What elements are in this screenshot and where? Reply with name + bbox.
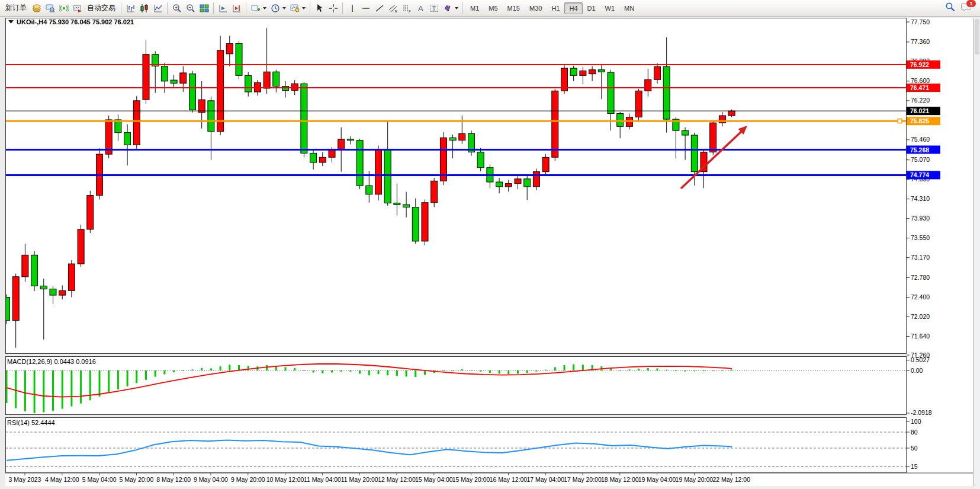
indicators-dropdown-caret[interactable]	[263, 7, 266, 9]
svg-text:22 May 12:00: 22 May 12:00	[712, 476, 750, 483]
svg-text:8 May 12:00: 8 May 12:00	[156, 476, 191, 483]
cursor-icon[interactable]	[313, 2, 326, 15]
periods-dropdown-caret[interactable]	[282, 7, 286, 9]
macd-histogram-bar	[70, 370, 72, 407]
svg-text:73.550: 73.550	[911, 234, 930, 241]
vertical-line-icon[interactable]	[345, 2, 359, 15]
fibonacci-icon[interactable]: F	[400, 2, 413, 15]
right-scrollbar-track[interactable]	[973, 17, 980, 489]
svg-text:T: T	[432, 5, 436, 12]
svg-text:72.400: 72.400	[911, 293, 930, 301]
macd-histogram-bar	[80, 370, 82, 404]
news-signal-icon[interactable]	[57, 2, 70, 15]
auto-trading-icon[interactable]	[70, 2, 84, 15]
chart-window: UKOil-,H4 75.930 76.045 75.902 76.02177.…	[0, 0, 980, 489]
macd-histogram-bar	[285, 367, 287, 370]
macd-histogram-bar	[229, 365, 230, 370]
text-label-icon[interactable]: T	[427, 2, 441, 15]
chart-title: UKOil-,H4 75.930 76.045 75.902 76.021	[8, 18, 134, 25]
macd-histogram-bar	[24, 370, 26, 411]
templates-dropdown-caret[interactable]	[302, 7, 306, 9]
zoom-in-icon[interactable]	[170, 2, 184, 15]
candle	[97, 148, 103, 200]
macd-histogram-bar	[359, 370, 361, 374]
right-scrollbar-thumb[interactable]	[975, 19, 979, 55]
auto-trading-button[interactable]: 自动交易	[84, 2, 118, 15]
macd-histogram-bar	[266, 365, 268, 370]
svg-text:0.5027: 0.5027	[911, 356, 930, 363]
macd-histogram-bar	[117, 370, 119, 389]
templates-icon[interactable]	[288, 2, 301, 15]
line-chart-icon[interactable]	[151, 2, 165, 15]
svg-text:76.471: 76.471	[910, 84, 929, 91]
orange-line-handle[interactable]	[898, 119, 902, 123]
market-watch-icon[interactable]	[30, 2, 43, 15]
macd-histogram-bar	[647, 368, 649, 370]
horizontal-line-icon[interactable]	[359, 2, 372, 15]
bar-chart-icon[interactable]	[124, 2, 137, 15]
tab-timeframe-w1[interactable]: W1	[600, 2, 620, 14]
macd-histogram-bar	[201, 368, 203, 370]
search-icon[interactable]	[945, 2, 955, 14]
candle	[105, 116, 112, 158]
macd-panel	[5, 356, 907, 415]
tab-timeframe-mn[interactable]: MN	[619, 2, 639, 14]
main-chart-panel	[5, 18, 907, 354]
indicators-icon[interactable]	[249, 2, 262, 15]
candle	[133, 96, 140, 149]
new-order-button[interactable]: 新订单	[2, 2, 30, 15]
macd-histogram-bar	[554, 367, 556, 370]
macd-histogram-bar	[499, 370, 500, 374]
periods-icon[interactable]	[268, 2, 282, 15]
chart-shift-icon[interactable]	[230, 2, 243, 15]
macd-histogram-bar	[127, 370, 128, 386]
macd-histogram-bar	[406, 370, 407, 376]
svg-text:19 May 04:00: 19 May 04:00	[638, 476, 676, 483]
tab-timeframe-d1[interactable]: D1	[583, 2, 600, 14]
svg-text:74.774: 74.774	[910, 171, 929, 178]
macd-histogram-bar	[34, 370, 36, 413]
auto-scroll-icon[interactable]	[216, 2, 230, 15]
svg-text:15: 15	[911, 463, 918, 470]
tab-timeframe-h1[interactable]: H1	[547, 2, 564, 14]
arrows-tool-icon[interactable]	[441, 2, 454, 15]
svg-text:UKOil-,H4 75.930 76.045 75.90: UKOil-,H4 75.930 76.045 75.902 76.021	[17, 18, 134, 25]
text-icon[interactable]: A	[413, 2, 427, 15]
svg-text:100: 100	[911, 418, 921, 425]
price-badge: 74.774	[907, 171, 940, 179]
svg-text:75.268: 75.268	[910, 146, 929, 154]
macd-histogram-bar	[489, 370, 491, 373]
tab-timeframe-m15[interactable]: M15	[503, 2, 525, 14]
accounts-icon[interactable]	[43, 2, 57, 15]
svg-text:76.220: 76.220	[911, 97, 930, 104]
tile-windows-icon[interactable]	[197, 2, 211, 15]
svg-text:E: E	[395, 9, 397, 13]
candlestick-chart-icon[interactable]	[137, 2, 151, 15]
svg-text:75.460: 75.460	[911, 136, 930, 143]
tab-timeframe-m1[interactable]: M1	[465, 2, 484, 14]
zoom-out-icon[interactable]	[184, 2, 197, 15]
trendline-icon[interactable]	[372, 2, 386, 15]
macd-histogram-bar	[43, 370, 44, 413]
svg-text:5 May 04:00: 5 May 04:00	[82, 476, 117, 483]
tab-timeframe-m5[interactable]: M5	[484, 2, 502, 14]
crosshair-icon[interactable]	[326, 2, 340, 15]
arrows-dropdown-caret[interactable]	[455, 7, 458, 9]
price-badge: 76.021	[907, 107, 940, 115]
svg-text:72.020: 72.020	[911, 313, 930, 320]
tab-timeframe-m30[interactable]: M30	[525, 2, 547, 14]
macd-histogram-bar	[582, 365, 584, 370]
equidistant-channel-icon[interactable]: E	[386, 2, 400, 15]
macd-histogram-bar	[163, 370, 165, 375]
notifications-chat-icon[interactable]: 1	[961, 2, 972, 14]
tab-timeframe-h4[interactable]: H4	[564, 2, 582, 14]
macd-histogram-bar	[396, 370, 398, 376]
candle	[236, 41, 242, 79]
svg-text:73.930: 73.930	[911, 215, 930, 222]
macd-histogram-bar	[657, 369, 658, 370]
macd-histogram-bar	[573, 365, 574, 370]
svg-text:74.310: 74.310	[911, 195, 930, 202]
svg-text:15 May 20:00: 15 May 20:00	[452, 476, 490, 483]
macd-histogram-bar	[136, 370, 137, 383]
svg-text:73.170: 73.170	[911, 254, 930, 261]
